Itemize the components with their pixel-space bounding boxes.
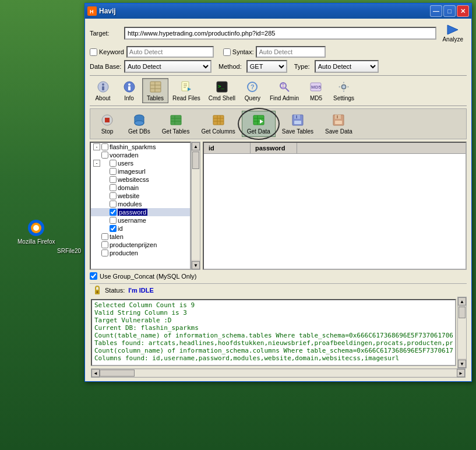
syntax-group: Syntax: — [223, 48, 254, 56]
tree-expand-flashin[interactable]: - — [93, 143, 100, 150]
tables-label: Tables — [147, 95, 164, 101]
tree-item-domain[interactable]: domain — [91, 184, 190, 192]
group-concat-checkbox[interactable] — [90, 272, 97, 280]
tree-cb-username[interactable] — [110, 217, 117, 224]
minimize-button[interactable]: — — [430, 5, 442, 17]
log-line-2: Valid String Column is 3 — [94, 309, 453, 317]
tree-item-id[interactable]: id — [91, 224, 190, 233]
maximize-button[interactable]: □ — [443, 5, 456, 17]
about-icon — [96, 80, 110, 94]
md5-icon: MD5 — [309, 80, 323, 94]
tree-cb-voorraden[interactable] — [101, 152, 108, 159]
tree-label-domain: domain — [118, 184, 139, 191]
tree-item-imagesurl[interactable]: imagesurl — [91, 167, 190, 175]
svg-rect-28 — [282, 86, 284, 89]
find-admin-label: Find Admin — [270, 95, 299, 101]
log-line-7: Count(column_name) of information_schema… — [94, 347, 453, 354]
find-admin-button[interactable]: Find Admin — [266, 78, 303, 103]
svg-point-36 — [135, 121, 144, 125]
keyword-label: Keyword — [99, 48, 124, 55]
log-scroll-down[interactable]: ▼ — [458, 360, 466, 368]
get-tables-button[interactable]: Get Tables — [157, 111, 195, 137]
save-data-button[interactable]: Save Data — [320, 111, 358, 137]
log-hscroll-thumb[interactable] — [100, 370, 135, 377]
keyword-input[interactable] — [126, 46, 214, 58]
tree-item-password[interactable]: password — [91, 208, 190, 216]
tree-cb-users[interactable] — [110, 160, 117, 167]
settings-icon — [337, 80, 351, 94]
get-columns-button[interactable]: Get Columns — [196, 111, 240, 137]
tree-cb-websitecss[interactable] — [110, 176, 117, 183]
firefox-icon[interactable]: Mozilla Firefox — [17, 219, 55, 245]
about-button[interactable]: About — [90, 78, 116, 103]
get-dbs-button[interactable]: Get DBs — [123, 111, 156, 137]
close-button[interactable]: ✕ — [457, 5, 469, 17]
tree-cb-flashin[interactable] — [101, 143, 108, 150]
tree-scroll-down[interactable]: ▼ — [192, 261, 200, 269]
main-panel: - flashin_sparkms voorraden — [90, 142, 467, 270]
syntax-label: Syntax: — [232, 48, 254, 55]
type-select[interactable]: Auto Detect Integer String Search — [315, 60, 379, 73]
svg-text:?: ? — [251, 83, 255, 90]
tree-item-productenprijzen[interactable]: productenprijzen — [91, 241, 190, 249]
tree-item-websitecss[interactable]: websitecss — [91, 175, 190, 184]
tree-cb-producten[interactable] — [101, 249, 108, 256]
svg-rect-34 — [105, 118, 110, 122]
read-files-button[interactable]: Read Files — [168, 78, 204, 103]
svg-rect-57 — [335, 121, 342, 124]
method-select[interactable]: GET POST — [246, 60, 287, 73]
target-input[interactable] — [124, 27, 436, 40]
save-data-label: Save Data — [325, 128, 352, 135]
tree-item-users[interactable]: - users — [91, 159, 190, 167]
tree-item-website[interactable]: website — [91, 192, 190, 200]
cmd-shell-label: Cmd Shell — [209, 95, 235, 101]
tree-item-talen[interactable]: talen — [91, 233, 190, 241]
stop-label: Stop — [101, 128, 114, 135]
analyze-button[interactable]: Analyze — [439, 22, 467, 44]
save-tables-button[interactable]: Save Tables — [277, 111, 319, 137]
syntax-checkbox[interactable] — [223, 48, 231, 56]
target-label: Target: — [90, 30, 122, 37]
settings-button[interactable]: Settings — [329, 78, 358, 103]
log-scroll-up[interactable]: ▲ — [458, 297, 466, 305]
tree-scroll-up[interactable]: ▲ — [192, 142, 200, 150]
log-line-4: Current DB: flashin_sparkms — [94, 324, 453, 332]
svg-text:MD5: MD5 — [311, 85, 321, 90]
log-hscroll-right[interactable]: ► — [457, 369, 465, 377]
get-dbs-label: Get DBs — [128, 128, 150, 135]
tree-cb-password[interactable] — [110, 209, 117, 216]
tree-expand-users[interactable]: - — [93, 160, 100, 167]
tree-item-voorraden[interactable]: voorraden — [91, 151, 190, 159]
tree-cb-productenprijzen[interactable] — [101, 241, 108, 248]
tree-cb-modules[interactable] — [110, 201, 117, 208]
svg-rect-8 — [102, 86, 104, 90]
log-line-1: Selected Column Count is 9 — [94, 301, 453, 309]
cmd-shell-button[interactable]: >_ Cmd Shell — [204, 78, 239, 103]
log-scroll-thumb[interactable] — [459, 307, 466, 318]
log-hscroll-track — [100, 370, 457, 377]
svg-point-10 — [128, 83, 131, 86]
log-hscroll-left[interactable]: ◄ — [91, 369, 100, 377]
tree-item-flashin[interactable]: - flashin_sparkms — [91, 143, 190, 151]
tables-button[interactable]: Tables — [142, 78, 168, 103]
tree-cb-id[interactable] — [110, 225, 117, 232]
tree-scrollbar: ▲ ▼ — [191, 142, 200, 270]
tree-cb-talen[interactable] — [101, 233, 108, 240]
tree-cb-imagesurl[interactable] — [110, 168, 117, 175]
keyword-checkbox[interactable] — [90, 48, 97, 56]
query-button[interactable]: ? Query — [239, 78, 266, 103]
get-data-button[interactable]: Get Data — [242, 111, 276, 137]
info-button[interactable]: Info — [116, 78, 142, 103]
tree-item-modules[interactable]: modules — [91, 200, 190, 208]
syntax-input[interactable] — [256, 46, 326, 58]
tree-item-username[interactable]: username — [91, 216, 190, 224]
tree-scroll-thumb[interactable] — [192, 152, 199, 169]
database-select[interactable]: Auto Detect MySQL MSSQL Oracle PostgreSQ… — [124, 60, 211, 73]
stop-button[interactable]: Stop — [93, 111, 122, 137]
tree-cb-website[interactable] — [110, 192, 117, 199]
save-tables-label: Save Tables — [282, 128, 313, 135]
tree-cb-domain[interactable] — [110, 184, 117, 191]
about-label: About — [95, 95, 110, 101]
tree-item-producten[interactable]: producten — [91, 249, 190, 257]
md5-button[interactable]: MD5 MD5 — [303, 78, 329, 103]
